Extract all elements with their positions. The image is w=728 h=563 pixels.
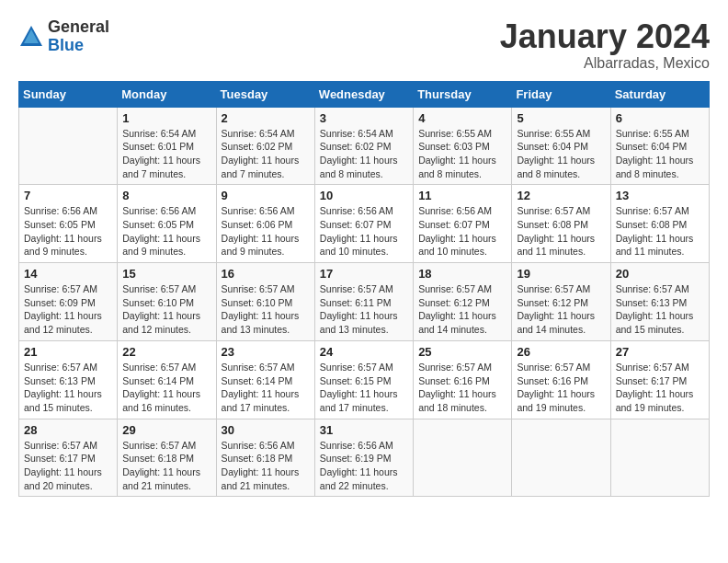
day-info: Sunrise: 6:55 AMSunset: 6:04 PMDaylight:…: [616, 127, 704, 181]
day-info: Sunrise: 6:55 AMSunset: 6:03 PMDaylight:…: [418, 127, 506, 181]
day-info: Sunrise: 6:57 AMSunset: 6:10 PMDaylight:…: [122, 282, 210, 337]
location-subtitle: Albarradas, Mexico: [500, 55, 710, 72]
day-info: Sunrise: 6:56 AMSunset: 6:07 PMDaylight:…: [418, 204, 506, 259]
day-number: 27: [616, 345, 704, 359]
day-info: Sunrise: 6:56 AMSunset: 6:05 PMDaylight:…: [122, 204, 210, 259]
logo-blue-text: Blue: [48, 37, 109, 55]
day-number: 28: [24, 423, 112, 437]
day-number: 22: [122, 345, 210, 359]
calendar-cell-w2-d2: 8Sunrise: 6:56 AMSunset: 6:05 PMDaylight…: [118, 185, 216, 263]
calendar-cell-w1-d1: [19, 107, 118, 185]
calendar-cell-w3-d3: 16Sunrise: 6:57 AMSunset: 6:10 PMDayligh…: [216, 263, 314, 341]
calendar-cell-w3-d1: 14Sunrise: 6:57 AMSunset: 6:09 PMDayligh…: [19, 263, 118, 341]
week-row-1: 1Sunrise: 6:54 AMSunset: 6:01 PMDaylight…: [19, 107, 710, 185]
logo-icon: [18, 24, 44, 50]
calendar-table: Sunday Monday Tuesday Wednesday Thursday…: [18, 81, 710, 498]
calendar-cell-w5-d7: [610, 419, 709, 497]
day-number: 13: [616, 189, 704, 202]
day-info: Sunrise: 6:57 AMSunset: 6:12 PMDaylight:…: [418, 282, 506, 337]
calendar-body: 1Sunrise: 6:54 AMSunset: 6:01 PMDaylight…: [19, 107, 710, 497]
calendar-cell-w2-d1: 7Sunrise: 6:56 AMSunset: 6:05 PMDaylight…: [19, 185, 118, 263]
day-info: Sunrise: 6:54 AMSunset: 6:02 PMDaylight:…: [320, 127, 408, 181]
week-row-3: 14Sunrise: 6:57 AMSunset: 6:09 PMDayligh…: [19, 263, 710, 341]
day-info: Sunrise: 6:57 AMSunset: 6:16 PMDaylight:…: [517, 361, 605, 415]
day-number: 16: [222, 267, 310, 281]
day-number: 21: [24, 345, 112, 359]
day-info: Sunrise: 6:56 AMSunset: 6:06 PMDaylight:…: [222, 204, 310, 259]
calendar-cell-w1-d7: 6Sunrise: 6:55 AMSunset: 6:04 PMDaylight…: [610, 107, 709, 185]
calendar-cell-w2-d7: 13Sunrise: 6:57 AMSunset: 6:08 PMDayligh…: [610, 185, 709, 263]
day-info: Sunrise: 6:54 AMSunset: 6:02 PMDaylight:…: [222, 127, 310, 181]
calendar-cell-w4-d2: 22Sunrise: 6:57 AMSunset: 6:14 PMDayligh…: [118, 340, 216, 419]
month-title: January 2024: [500, 18, 710, 55]
day-number: 10: [320, 189, 408, 202]
calendar-cell-w3-d2: 15Sunrise: 6:57 AMSunset: 6:10 PMDayligh…: [118, 263, 216, 341]
calendar-cell-w1-d4: 3Sunrise: 6:54 AMSunset: 6:02 PMDaylight…: [314, 107, 413, 185]
day-number: 19: [517, 267, 605, 281]
calendar-cell-w3-d4: 17Sunrise: 6:57 AMSunset: 6:11 PMDayligh…: [314, 263, 413, 341]
day-number: 25: [418, 345, 506, 359]
day-number: 1: [122, 111, 210, 125]
calendar-cell-w2-d3: 9Sunrise: 6:56 AMSunset: 6:06 PMDaylight…: [216, 185, 314, 263]
header-friday: Friday: [512, 81, 610, 107]
day-info: Sunrise: 6:57 AMSunset: 6:14 PMDaylight:…: [122, 361, 210, 415]
day-number: 9: [222, 189, 310, 202]
day-number: 29: [122, 423, 210, 437]
header-thursday: Thursday: [414, 81, 512, 107]
day-info: Sunrise: 6:57 AMSunset: 6:13 PMDaylight:…: [616, 282, 704, 337]
day-info: Sunrise: 6:56 AMSunset: 6:07 PMDaylight:…: [320, 204, 408, 259]
day-info: Sunrise: 6:57 AMSunset: 6:18 PMDaylight:…: [122, 439, 210, 493]
title-block: January 2024 Albarradas, Mexico: [500, 18, 710, 72]
day-info: Sunrise: 6:57 AMSunset: 6:08 PMDaylight:…: [616, 204, 704, 259]
calendar-cell-w5-d3: 30Sunrise: 6:56 AMSunset: 6:18 PMDayligh…: [216, 419, 314, 497]
day-info: Sunrise: 6:57 AMSunset: 6:15 PMDaylight:…: [320, 361, 408, 415]
day-number: 6: [616, 111, 704, 125]
calendar-cell-w1-d6: 5Sunrise: 6:55 AMSunset: 6:04 PMDaylight…: [512, 107, 610, 185]
calendar-cell-w3-d7: 20Sunrise: 6:57 AMSunset: 6:13 PMDayligh…: [610, 263, 709, 341]
calendar-cell-w2-d4: 10Sunrise: 6:56 AMSunset: 6:07 PMDayligh…: [314, 185, 413, 263]
day-number: 18: [418, 267, 506, 281]
calendar-cell-w5-d4: 31Sunrise: 6:56 AMSunset: 6:19 PMDayligh…: [314, 419, 413, 497]
day-number: 24: [320, 345, 408, 359]
day-info: Sunrise: 6:55 AMSunset: 6:04 PMDaylight:…: [517, 127, 605, 181]
calendar-cell-w4-d6: 26Sunrise: 6:57 AMSunset: 6:16 PMDayligh…: [512, 340, 610, 419]
day-number: 11: [418, 189, 506, 202]
header-wednesday: Wednesday: [314, 81, 413, 107]
day-number: 2: [222, 111, 310, 125]
calendar-cell-w4-d5: 25Sunrise: 6:57 AMSunset: 6:16 PMDayligh…: [414, 340, 512, 419]
calendar-cell-w1-d5: 4Sunrise: 6:55 AMSunset: 6:03 PMDaylight…: [414, 107, 512, 185]
calendar-cell-w1-d3: 2Sunrise: 6:54 AMSunset: 6:02 PMDaylight…: [216, 107, 314, 185]
day-info: Sunrise: 6:56 AMSunset: 6:05 PMDaylight:…: [24, 204, 112, 259]
day-info: Sunrise: 6:57 AMSunset: 6:11 PMDaylight:…: [320, 282, 408, 337]
page-header: General Blue January 2024 Albarradas, Me…: [18, 18, 710, 72]
day-number: 17: [320, 267, 408, 281]
week-row-4: 21Sunrise: 6:57 AMSunset: 6:13 PMDayligh…: [19, 340, 710, 419]
day-number: 4: [418, 111, 506, 125]
calendar-cell-w2-d5: 11Sunrise: 6:56 AMSunset: 6:07 PMDayligh…: [414, 185, 512, 263]
calendar-cell-w5-d6: [512, 419, 610, 497]
day-info: Sunrise: 6:57 AMSunset: 6:12 PMDaylight:…: [517, 282, 605, 337]
week-row-5: 28Sunrise: 6:57 AMSunset: 6:17 PMDayligh…: [19, 419, 710, 497]
calendar-cell-w3-d5: 18Sunrise: 6:57 AMSunset: 6:12 PMDayligh…: [414, 263, 512, 341]
day-number: 8: [122, 189, 210, 202]
calendar-cell-w4-d3: 23Sunrise: 6:57 AMSunset: 6:14 PMDayligh…: [216, 340, 314, 419]
day-number: 15: [122, 267, 210, 281]
header-tuesday: Tuesday: [216, 81, 314, 107]
calendar-cell-w4-d7: 27Sunrise: 6:57 AMSunset: 6:17 PMDayligh…: [610, 340, 709, 419]
day-number: 3: [320, 111, 408, 125]
logo: General Blue: [18, 18, 109, 55]
calendar-header: Sunday Monday Tuesday Wednesday Thursday…: [19, 81, 710, 107]
day-number: 20: [616, 267, 704, 281]
day-info: Sunrise: 6:57 AMSunset: 6:09 PMDaylight:…: [24, 282, 112, 337]
header-row: Sunday Monday Tuesday Wednesday Thursday…: [19, 81, 710, 107]
header-monday: Monday: [118, 81, 216, 107]
calendar-cell-w5-d2: 29Sunrise: 6:57 AMSunset: 6:18 PMDayligh…: [118, 419, 216, 497]
day-info: Sunrise: 6:57 AMSunset: 6:17 PMDaylight:…: [616, 361, 704, 415]
week-row-2: 7Sunrise: 6:56 AMSunset: 6:05 PMDaylight…: [19, 185, 710, 263]
day-info: Sunrise: 6:57 AMSunset: 6:08 PMDaylight:…: [517, 204, 605, 259]
day-number: 26: [517, 345, 605, 359]
calendar-cell-w4-d1: 21Sunrise: 6:57 AMSunset: 6:13 PMDayligh…: [19, 340, 118, 419]
day-number: 7: [24, 189, 112, 202]
day-info: Sunrise: 6:57 AMSunset: 6:10 PMDaylight:…: [222, 282, 310, 337]
day-info: Sunrise: 6:54 AMSunset: 6:01 PMDaylight:…: [122, 127, 210, 181]
